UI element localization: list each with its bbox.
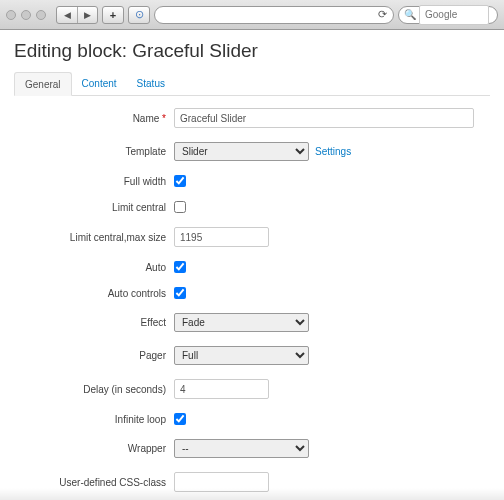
forward-button[interactable]: ▶ bbox=[77, 7, 97, 23]
row-effect: Effect Fade bbox=[14, 313, 490, 332]
full-width-checkbox[interactable] bbox=[174, 175, 186, 187]
auto-controls-checkbox[interactable] bbox=[174, 287, 186, 299]
row-limit-central-max: Limit central,max size bbox=[14, 227, 490, 247]
row-limit-central: Limit central bbox=[14, 201, 490, 213]
refresh-icon[interactable]: ⟳ bbox=[378, 8, 387, 21]
globe-icon: ⊙ bbox=[135, 8, 144, 21]
row-infinite-loop: Infinite loop bbox=[14, 413, 490, 425]
tab-content[interactable]: Content bbox=[72, 72, 127, 95]
limit-central-max-input[interactable] bbox=[174, 227, 269, 247]
name-input[interactable] bbox=[174, 108, 474, 128]
row-name: Name * bbox=[14, 108, 490, 128]
frame-shadow bbox=[0, 488, 504, 500]
limit-central-checkbox[interactable] bbox=[174, 201, 186, 213]
label-auto: Auto bbox=[14, 262, 174, 273]
template-settings-link[interactable]: Settings bbox=[315, 146, 351, 157]
delay-input[interactable] bbox=[174, 379, 269, 399]
site-tab[interactable]: ⊙ bbox=[128, 6, 150, 24]
back-button[interactable]: ◀ bbox=[57, 7, 77, 23]
label-auto-controls: Auto controls bbox=[14, 288, 174, 299]
label-wrapper: Wrapper bbox=[14, 443, 174, 454]
pager-select[interactable]: Full bbox=[174, 346, 309, 365]
auto-checkbox[interactable] bbox=[174, 261, 186, 273]
label-full-width: Full width bbox=[14, 176, 174, 187]
row-auto-controls: Auto controls bbox=[14, 287, 490, 299]
row-wrapper: Wrapper -- bbox=[14, 439, 490, 458]
form-general: Name * Template Slider Settings Full wid… bbox=[14, 96, 490, 492]
row-pager: Pager Full bbox=[14, 346, 490, 365]
label-name: Name * bbox=[14, 113, 174, 124]
label-pager: Pager bbox=[14, 350, 174, 361]
page-content: Editing block: Graceful Slider General C… bbox=[0, 30, 504, 492]
new-tab-button[interactable]: + bbox=[102, 6, 124, 24]
tab-bar: General Content Status bbox=[14, 72, 490, 96]
search-icon: 🔍 bbox=[404, 9, 416, 20]
zoom-window-icon[interactable] bbox=[36, 10, 46, 20]
effect-select[interactable]: Fade bbox=[174, 313, 309, 332]
wrapper-select[interactable]: -- bbox=[174, 439, 309, 458]
close-window-icon[interactable] bbox=[6, 10, 16, 20]
browser-toolbar: ◀ ▶ + ⊙ ⟳ 🔍 bbox=[0, 0, 504, 30]
minimize-window-icon[interactable] bbox=[21, 10, 31, 20]
row-auto: Auto bbox=[14, 261, 490, 273]
row-template: Template Slider Settings bbox=[14, 142, 490, 161]
label-css-class: User-defined CSS-class bbox=[14, 477, 174, 488]
row-full-width: Full width bbox=[14, 175, 490, 187]
infinite-loop-checkbox[interactable] bbox=[174, 413, 186, 425]
template-select[interactable]: Slider bbox=[174, 142, 309, 161]
label-infinite-loop: Infinite loop bbox=[14, 414, 174, 425]
browser-search[interactable]: 🔍 bbox=[398, 6, 498, 24]
window-controls bbox=[6, 10, 46, 20]
nav-buttons: ◀ ▶ bbox=[56, 6, 98, 24]
label-limit-central: Limit central bbox=[14, 202, 174, 213]
search-input[interactable] bbox=[419, 5, 489, 25]
tab-general[interactable]: General bbox=[14, 72, 72, 96]
tab-status[interactable]: Status bbox=[127, 72, 175, 95]
label-template: Template bbox=[14, 146, 174, 157]
label-effect: Effect bbox=[14, 317, 174, 328]
label-delay: Delay (in seconds) bbox=[14, 384, 174, 395]
url-bar[interactable]: ⟳ bbox=[154, 6, 394, 24]
label-limit-central-max: Limit central,max size bbox=[14, 232, 174, 243]
row-delay: Delay (in seconds) bbox=[14, 379, 490, 399]
page-title: Editing block: Graceful Slider bbox=[14, 40, 490, 62]
